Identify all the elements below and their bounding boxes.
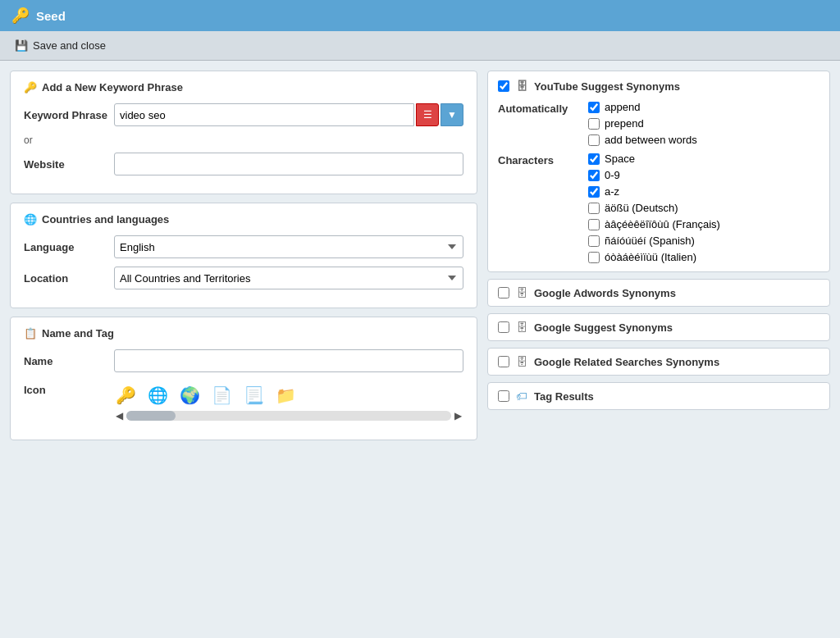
icon-strip: 🔑 🌐 🌍 📄 📃 📁	[114, 384, 463, 407]
icon-picker: 🔑 🌐 🌍 📄 📃 📁 ◀ ▶	[114, 381, 463, 422]
app-title: Seed	[36, 9, 66, 23]
italian-label: óòàáèéìïùü (Italien)	[605, 251, 696, 263]
youtube-checkbox[interactable]	[498, 80, 509, 92]
title-icon: 🔑	[11, 7, 30, 25]
keyword-phrase-input-group: ☰ ▼	[114, 103, 463, 126]
keyword-phrase-label: Keyword Phrase	[24, 109, 114, 121]
icon-file-btn[interactable]: 📃	[242, 384, 266, 407]
google-adwords-row: 🗄 Google Adwords Synonyms	[487, 279, 830, 307]
append-row: append	[588, 101, 819, 113]
spanish-row: ñáíóúüéí (Spanish)	[588, 235, 819, 247]
tag-results-checkbox[interactable]	[498, 390, 509, 402]
keyword-dropdown-btn[interactable]: ▼	[441, 103, 463, 126]
icon-key-btn[interactable]: 🔑	[114, 384, 138, 407]
youtube-db-icon: 🗄	[516, 80, 527, 93]
name-tag-section: 📋 Name and Tag Name Icon 🔑 🌐 🌍	[10, 317, 477, 440]
icon-scroll-thumb	[126, 411, 176, 421]
save-close-button[interactable]: 💾 Save and close	[11, 38, 109, 53]
french-label: àâçéèêëîïôùû (Français)	[605, 218, 720, 230]
icon-scroll-left[interactable]: ◀	[114, 410, 125, 422]
toolbar: 💾 Save and close	[0, 31, 840, 61]
automatically-options: append prepend add between words	[588, 101, 819, 146]
append-checkbox[interactable]	[588, 102, 600, 113]
google-adwords-checkbox[interactable]	[498, 287, 509, 298]
name-tag-title: 📋 Name and Tag	[24, 327, 463, 340]
space-label: Space	[605, 153, 635, 165]
language-select[interactable]: English German French Spanish	[114, 235, 463, 258]
title-bar: 🔑 Seed	[0, 0, 840, 31]
countries-icon: 🌐	[24, 213, 37, 226]
deutsch-label: äößü (Deutsch)	[605, 202, 678, 214]
prepend-checkbox[interactable]	[588, 118, 600, 130]
google-related-checkbox[interactable]	[498, 356, 509, 367]
icon-scroll-bar: ◀ ▶	[114, 410, 463, 422]
deutsch-checkbox[interactable]	[588, 203, 600, 214]
language-row: Language English German French Spanish	[24, 235, 463, 258]
zero-nine-label: 0-9	[605, 169, 620, 181]
location-select[interactable]: All Countries and Territories United Sta…	[114, 267, 463, 289]
google-adwords-label: Google Adwords Synonyms	[534, 287, 676, 299]
az-row: a-z	[588, 185, 819, 198]
left-panel: 🔑 Add a New Keyword Phrase Keyword Phras…	[10, 71, 477, 440]
google-related-label: Google Related Searches Synonyms	[534, 356, 719, 368]
icon-globe2-btn[interactable]: 🌍	[178, 384, 202, 407]
google-suggest-checkbox[interactable]	[498, 321, 509, 333]
or-separator: or	[24, 134, 463, 146]
google-adwords-db-icon: 🗄	[516, 286, 527, 299]
website-input-group	[114, 153, 463, 175]
keyword-list-btn[interactable]: ☰	[416, 103, 439, 126]
google-related-row: 🗄 Google Related Searches Synonyms	[487, 348, 830, 376]
location-row: Location All Countries and Territories U…	[24, 267, 463, 289]
tag-results-label: Tag Results	[534, 390, 594, 403]
keyword-phrase-input[interactable]	[114, 103, 414, 126]
name-input[interactable]	[114, 349, 463, 372]
deutsch-row: äößü (Deutsch)	[588, 202, 819, 214]
french-checkbox[interactable]	[588, 219, 600, 230]
tag-results-icon: 🏷	[516, 390, 527, 403]
countries-section: 🌐 Countries and languages Language Engli…	[10, 203, 477, 308]
spanish-checkbox[interactable]	[588, 235, 600, 247]
append-label: append	[605, 101, 640, 113]
name-tag-icon: 📋	[24, 327, 37, 340]
google-suggest-label: Google Suggest Synonyms	[534, 321, 673, 334]
french-row: àâçéèêëîïôùû (Français)	[588, 218, 819, 230]
characters-options: Space 0-9 a-z äößü (Deutsch)	[588, 153, 819, 263]
website-label: Website	[24, 158, 114, 171]
website-row: Website	[24, 153, 463, 175]
keyword-section: 🔑 Add a New Keyword Phrase Keyword Phras…	[10, 71, 477, 194]
save-icon: 💾	[15, 39, 28, 52]
keyword-section-icon: 🔑	[24, 81, 37, 93]
add-between-checkbox[interactable]	[588, 134, 600, 146]
name-row: Name	[24, 349, 463, 372]
zero-nine-row: 0-9	[588, 169, 819, 181]
icon-row: Icon 🔑 🌐 🌍 📄 📃 📁 ◀	[24, 381, 463, 422]
characters-label: Characters	[498, 153, 588, 263]
icon-folder-btn[interactable]: 📁	[274, 384, 298, 407]
az-label: a-z	[605, 185, 619, 198]
website-input[interactable]	[114, 153, 463, 175]
icon-doc-btn[interactable]: 📄	[210, 384, 234, 407]
icon-label: Icon	[24, 381, 114, 396]
space-row: Space	[588, 153, 819, 165]
spanish-label: ñáíóúüéí (Spanish)	[605, 235, 695, 247]
automatically-group: Automatically append prepend add between…	[498, 101, 819, 146]
google-suggest-row: 🗄 Google Suggest Synonyms	[487, 313, 830, 341]
icon-scroll-track[interactable]	[126, 411, 451, 421]
icon-scroll-right[interactable]: ▶	[453, 410, 463, 422]
prepend-label: prepend	[605, 117, 644, 130]
space-checkbox[interactable]	[588, 153, 600, 165]
countries-section-title: 🌐 Countries and languages	[24, 213, 463, 226]
main-area: 🔑 Add a New Keyword Phrase Keyword Phras…	[0, 61, 840, 450]
add-between-row: add between words	[588, 134, 819, 146]
name-label: Name	[24, 355, 114, 367]
youtube-box: 🗄 YouTube Suggest Synonyms Automatically…	[487, 71, 830, 272]
prepend-row: prepend	[588, 117, 819, 130]
icon-globe-btn[interactable]: 🌐	[146, 384, 170, 407]
youtube-header: 🗄 YouTube Suggest Synonyms	[498, 80, 819, 93]
google-suggest-db-icon: 🗄	[516, 321, 527, 334]
az-checkbox[interactable]	[588, 186, 600, 198]
zero-nine-checkbox[interactable]	[588, 170, 600, 181]
automatically-label: Automatically	[498, 101, 588, 146]
italian-row: óòàáèéìïùü (Italien)	[588, 251, 819, 263]
italian-checkbox[interactable]	[588, 252, 600, 263]
